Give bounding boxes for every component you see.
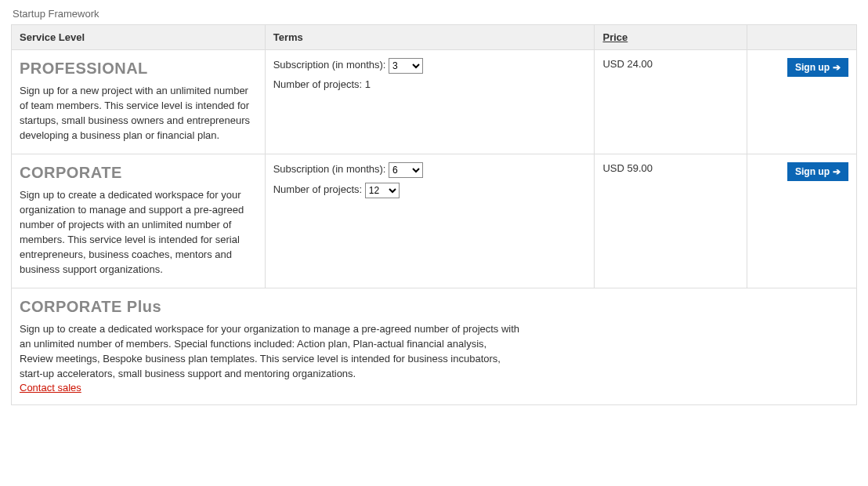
tier-desc-professional: Sign up for a new project with an unlimi… xyxy=(20,84,257,143)
tier-name-corporate-plus: CORPORATE Plus xyxy=(20,298,848,316)
col-price[interactable]: Price xyxy=(595,25,747,50)
col-service-level: Service Level xyxy=(12,25,266,50)
col-action xyxy=(747,25,856,50)
subscription-select-professional[interactable]: 3 xyxy=(389,58,423,74)
price-professional: USD 24.00 xyxy=(595,50,747,154)
arrow-right-icon: ➔ xyxy=(833,166,841,177)
pricing-table: Service Level Terms Price PROFESSIONAL S… xyxy=(11,24,857,405)
tier-row-corporate-plus: CORPORATE Plus Sign up to create a dedic… xyxy=(12,288,857,404)
tier-desc-corporate-plus: Sign up to create a dedicated workspace … xyxy=(20,322,521,381)
tier-desc-corporate: Sign up to create a dedicated workspace … xyxy=(20,188,257,277)
arrow-right-icon: ➔ xyxy=(833,62,841,73)
price-corporate: USD 59.00 xyxy=(595,154,747,288)
tier-name-professional: PROFESSIONAL xyxy=(20,60,257,78)
projects-value-professional: 1 xyxy=(365,78,371,90)
page-title: Startup Framework xyxy=(13,8,857,20)
contact-sales-link[interactable]: Contact sales xyxy=(20,382,81,394)
projects-label: Number of projects: xyxy=(273,184,362,196)
col-terms: Terms xyxy=(265,25,595,50)
tier-name-corporate: CORPORATE xyxy=(20,164,257,182)
tier-row-professional: PROFESSIONAL Sign up for a new project w… xyxy=(12,50,857,154)
signup-label: Sign up xyxy=(795,62,830,73)
signup-button-corporate[interactable]: Sign up➔ xyxy=(787,162,848,181)
subscription-label: Subscription (in months): xyxy=(273,164,386,176)
tier-row-corporate: CORPORATE Sign up to create a dedicated … xyxy=(12,154,857,288)
projects-label: Number of projects: xyxy=(273,78,362,90)
signup-label: Sign up xyxy=(795,166,830,177)
projects-select-corporate[interactable]: 12 xyxy=(365,183,400,198)
subscription-label: Subscription (in months): xyxy=(273,59,386,71)
subscription-select-corporate[interactable]: 6 xyxy=(389,162,423,178)
signup-button-professional[interactable]: Sign up➔ xyxy=(787,58,848,77)
